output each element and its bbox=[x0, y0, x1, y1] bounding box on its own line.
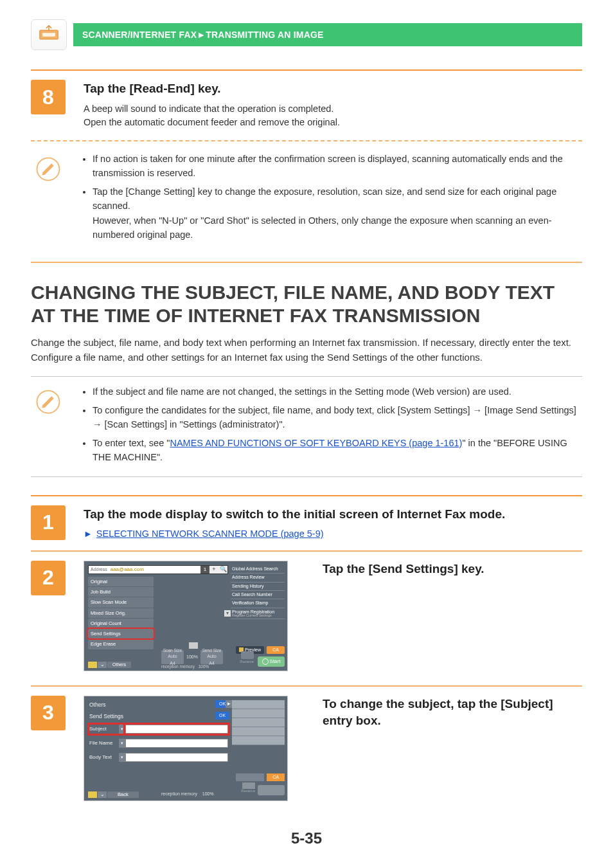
scanner-mode-link[interactable]: SELECTING NETWORK SCANNER MODE (page 5-9… bbox=[96, 529, 324, 539]
action-program-reg[interactable]: Program Registration Register Current Se… bbox=[231, 608, 285, 620]
preview-button-disabled bbox=[236, 773, 264, 781]
section-intro: Change the subject, file name, and body … bbox=[31, 335, 582, 365]
action-global-search[interactable]: Global Address Search bbox=[231, 565, 285, 574]
link-arrow-icon: ► bbox=[84, 529, 93, 539]
send-settings-label: Send Settings bbox=[89, 712, 123, 721]
subject-input[interactable] bbox=[125, 725, 228, 734]
step-8-title: Tap the [Read-End] key. bbox=[84, 80, 582, 98]
menu-slow-scan[interactable]: Slow Scan Mode bbox=[88, 597, 154, 607]
expand-arrow-icon[interactable]: ▸ bbox=[226, 700, 232, 708]
note-item: Tap the [Change Setting] key to change t… bbox=[93, 185, 582, 242]
page-number: 5-35 bbox=[31, 829, 582, 847]
action-panel-empty bbox=[232, 700, 285, 775]
bodytext-input[interactable] bbox=[125, 753, 228, 762]
step-8-line2: Open the automatic document feeder and r… bbox=[84, 116, 582, 130]
size-info: Scan Size Auto A4 100% Send Size Auto A4 bbox=[161, 642, 226, 664]
step-2-title: Tap the [Send Settings] key. bbox=[323, 561, 582, 577]
address-bar[interactable]: Address aaa@aaa.com 1 + 🔍 bbox=[88, 565, 228, 574]
search-icon[interactable]: 🔍 bbox=[218, 566, 227, 574]
step-8-line1: A beep will sound to indicate that the o… bbox=[84, 102, 582, 116]
action-address-review[interactable]: Address Review bbox=[231, 574, 285, 582]
start-button-disabled bbox=[258, 785, 285, 795]
menu-job-build[interactable]: Job Build bbox=[88, 587, 154, 597]
note-item: If no action is taken for one minute aft… bbox=[93, 152, 582, 181]
ca-button[interactable]: CA bbox=[267, 773, 285, 781]
menu-original[interactable]: Original bbox=[88, 577, 154, 586]
start-button[interactable]: Start bbox=[258, 656, 285, 667]
step-3-title: To change the subject, tap the [Subject]… bbox=[323, 696, 582, 728]
action-call-search[interactable]: Call Search Number bbox=[231, 591, 285, 599]
svg-rect-2 bbox=[42, 33, 55, 37]
dropdown-icon[interactable]: ⌄ bbox=[98, 791, 107, 798]
bottom-row: ⌄ Others bbox=[88, 662, 131, 668]
info-note-box: If the subject and file name are not cha… bbox=[31, 376, 582, 476]
step-2: 2 Address aaa@aaa.com 1 + 🔍 ▸ Original J… bbox=[31, 552, 582, 671]
info-item: To configure the candidates for the subj… bbox=[93, 403, 582, 432]
menu-mixed-size[interactable]: Mixed Size Orig. bbox=[88, 608, 154, 618]
receive-label: Receive bbox=[240, 659, 254, 665]
dropdown-icon[interactable]: ⌄ bbox=[98, 662, 107, 668]
scanner-mode-icon bbox=[31, 19, 67, 50]
dropdown-icon[interactable]: ▾ bbox=[119, 753, 125, 762]
receive-label: Receive bbox=[241, 788, 255, 794]
step-3: 3 Others OK Send Settings OK ▸ bbox=[31, 687, 582, 801]
scan-size-button[interactable]: Scan Size Auto A4 bbox=[161, 650, 184, 664]
keyboard-keys-link[interactable]: NAMES AND FUNCTIONS OF SOFT KEYBOARD KEY… bbox=[170, 438, 462, 448]
favorite-icon[interactable] bbox=[88, 662, 97, 668]
action-sending-history[interactable]: Sending History bbox=[231, 583, 285, 591]
pencil-note-icon bbox=[31, 152, 66, 186]
touchscreen-figure-2: Others OK Send Settings OK ▸ S bbox=[84, 696, 288, 801]
ca-button[interactable]: CA bbox=[267, 646, 285, 654]
section-heading: CHANGING THE SUBJECT, FILE NAME, AND BOD… bbox=[31, 281, 582, 327]
step-number: 8 bbox=[31, 80, 66, 114]
speaker-button[interactable] bbox=[241, 651, 254, 659]
step-1: 1 Tap the mode display to switch to the … bbox=[31, 496, 582, 548]
filename-input[interactable] bbox=[125, 739, 228, 748]
pencil-note-icon bbox=[31, 384, 66, 419]
dropdown-icon[interactable]: ▾ bbox=[119, 739, 125, 748]
menu-edge-erase[interactable]: Edge Erase bbox=[88, 639, 154, 649]
count-badge[interactable]: 1 bbox=[200, 566, 209, 574]
ok-button[interactable]: OK bbox=[215, 712, 229, 719]
filename-row: File Name ▾ bbox=[89, 739, 228, 748]
touchscreen-figure-1: Address aaa@aaa.com 1 + 🔍 ▸ Original Job… bbox=[84, 561, 288, 671]
subject-row: Subject ▾ bbox=[89, 725, 228, 734]
scroll-down-icon[interactable]: ▾ bbox=[224, 610, 231, 617]
favorite-icon[interactable] bbox=[88, 791, 97, 798]
add-button[interactable]: + bbox=[209, 566, 218, 574]
step-8: 8 Tap the [Read-End] key. A beep will so… bbox=[31, 71, 582, 136]
step-number: 2 bbox=[31, 561, 66, 595]
info-item: To enter text, see "NAMES AND FUNCTIONS … bbox=[93, 436, 582, 465]
header-bar: SCANNER/INTERNET FAX►TRANSMITTING AN IMA… bbox=[31, 19, 582, 50]
breadcrumb: SCANNER/INTERNET FAX►TRANSMITTING AN IMA… bbox=[73, 23, 582, 46]
others-button[interactable]: Others bbox=[107, 662, 131, 668]
others-label: Others bbox=[89, 701, 106, 709]
step-number: 3 bbox=[31, 696, 66, 730]
dropdown-icon[interactable]: ▾ bbox=[119, 725, 125, 734]
menu-send-settings[interactable]: Send Settings bbox=[88, 629, 154, 638]
bodytext-row: Body Text ▾ bbox=[89, 753, 228, 762]
step-number: 1 bbox=[31, 505, 66, 540]
step-1-title: Tap the mode display to switch to the in… bbox=[84, 505, 582, 524]
back-button[interactable]: Back bbox=[107, 791, 139, 798]
step-8-note: If no action is taken for one minute aft… bbox=[31, 148, 582, 259]
menu-original-count[interactable]: Original Count bbox=[88, 619, 154, 628]
left-menu: Original Job Build Slow Scan Mode Mixed … bbox=[88, 577, 154, 650]
action-panel: Global Address Search Address Review Sen… bbox=[231, 565, 285, 619]
info-item: If the subject and file name are not cha… bbox=[93, 384, 582, 399]
action-verification-stamp[interactable]: Verification Stamp bbox=[231, 599, 285, 608]
send-size-button[interactable]: Send Size Auto A4 bbox=[200, 650, 223, 664]
